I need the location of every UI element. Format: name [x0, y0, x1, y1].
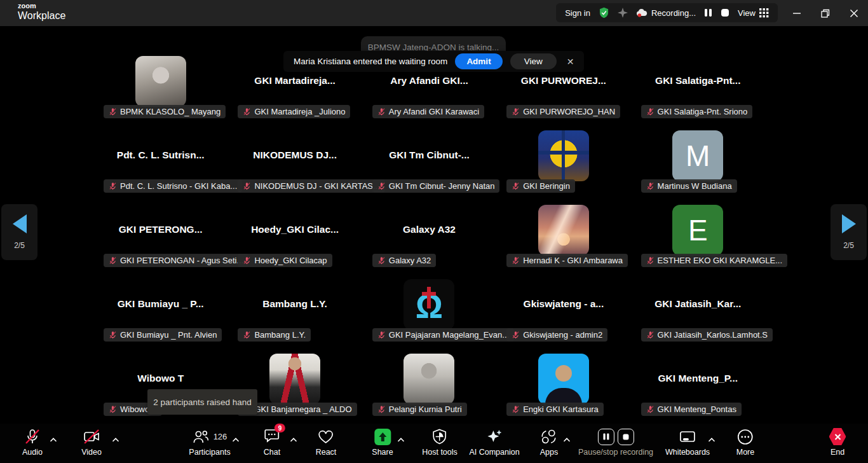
waiting-room-view-button[interactable]: View	[510, 53, 557, 69]
zoom-workplace-logo: zoom Workplace	[18, 3, 65, 21]
waiting-room-message: Maria Kristiana entered the waiting room	[294, 57, 447, 66]
ai-companion-button[interactable]: AI Companion	[469, 428, 519, 457]
participants-button[interactable]: 126 Participants	[189, 428, 230, 457]
share-options-caret[interactable]	[398, 433, 405, 445]
participant-label: GKI Pajajaran Magelang_Evan...	[389, 330, 509, 340]
stop-recording-toolbar-icon[interactable]	[617, 429, 634, 445]
react-button[interactable]: React	[316, 428, 337, 457]
participant-tile[interactable]: Hoedy_GKI Cilac... Hoedy_GKI Cilacap	[227, 183, 362, 257]
react-label: React	[316, 448, 337, 457]
prev-page-button[interactable]: 2/5	[1, 204, 37, 260]
shield-security-icon[interactable]	[599, 7, 609, 18]
audio-label: Audio	[22, 448, 43, 457]
muted-mic-icon	[109, 256, 117, 265]
participant-label: Hernadi K - GKI Ambarawa	[523, 256, 623, 265]
restore-button[interactable]	[811, 0, 839, 26]
participant-avatar-photo	[403, 354, 454, 404]
muted-mic-icon	[377, 107, 386, 116]
end-meeting-button[interactable]: End	[829, 428, 846, 457]
participant-label: GKI PURWOREJO_HAN	[523, 107, 615, 116]
participant-avatar-photo	[538, 205, 589, 256]
next-page-button[interactable]: 2/5	[831, 204, 867, 260]
participant-avatar-photo: Ω	[403, 279, 454, 330]
participant-tile[interactable]: Engki GKI Kartasura	[496, 331, 630, 406]
participant-display-name: GKI Martadireja...	[229, 75, 360, 86]
muted-mic-icon	[377, 405, 386, 413]
participant-tile[interactable]: GKI Tm Cibnut-... GKI Tm Cibnut- Jenny N…	[362, 108, 496, 183]
participant-label: Pelangi Kurnia Putri	[389, 404, 462, 414]
end-label: End	[831, 448, 844, 457]
view-button[interactable]: View	[738, 8, 769, 18]
apps-options-caret[interactable]	[564, 433, 571, 445]
participant-gallery: BPMK KLASOLO_ Mayang GKI Martadireja... …	[93, 34, 765, 406]
audio-button[interactable]: Audio	[22, 428, 43, 457]
minimize-button[interactable]	[782, 0, 811, 26]
participant-display-name: Wibowo T	[95, 373, 226, 384]
chevron-right-icon	[842, 214, 856, 233]
participant-tile[interactable]: Bambang L.Y. Bambang L.Y.	[227, 257, 362, 331]
participant-label: Pdt. C. L. Sutrisno - GKI Kaba...	[120, 181, 237, 191]
chat-options-caret[interactable]	[290, 433, 297, 445]
recording-label: Recording...	[651, 8, 696, 18]
participant-tile[interactable]: GKI Menteng_P... GKI Menteng_Pontas	[631, 331, 765, 406]
whiteboards-options-caret[interactable]	[709, 433, 715, 445]
muted-mic-icon	[377, 256, 386, 265]
apps-button[interactable]: Apps	[540, 428, 559, 457]
sign-in-button[interactable]: Sign in	[565, 8, 590, 18]
chat-unread-badge: 9	[275, 424, 285, 432]
participant-tile[interactable]: NIKODEMUS DJ... NIKODEMUS DJ - GKI KARTA…	[227, 108, 362, 183]
participant-tile[interactable]: BPMK KLASOLO_ Mayang	[93, 34, 227, 108]
muted-mic-icon	[646, 331, 654, 339]
more-ellipsis-icon	[737, 429, 754, 445]
camera-muted-icon	[83, 429, 100, 445]
muted-mic-icon	[109, 331, 117, 339]
muted-mic-icon	[646, 405, 654, 413]
chat-label: Chat	[264, 448, 280, 457]
avatar-letter: E	[688, 213, 708, 247]
participant-label: Martinus W Budiana	[658, 181, 732, 191]
participant-display-name: NIKODEMUS DJ...	[229, 149, 360, 161]
pause-recording-icon[interactable]	[704, 8, 712, 17]
recording-status: Recording...	[636, 8, 696, 18]
participant-tile[interactable]: Galaxy A32 Galaxy A32	[362, 183, 496, 257]
video-options-caret[interactable]	[112, 433, 119, 445]
participant-tile[interactable]: Ω GKI Pajajaran Magelang_Evan...	[362, 257, 496, 331]
banner-close-icon[interactable]: ✕	[567, 57, 574, 67]
pause-recording-toolbar-icon[interactable]	[597, 429, 614, 445]
participant-display-name: GKI PURWOREJ...	[498, 75, 629, 86]
participant-tile[interactable]: GKI PETERONG... GKI PETERONGAN - Agus Se…	[93, 183, 227, 257]
participant-tile[interactable]: Gkiswjateng - a... Gkiswjateng - admin2	[496, 257, 630, 331]
host-tools-button[interactable]: Host tools	[422, 428, 458, 457]
omega-glyph: Ω	[416, 289, 443, 323]
participant-label: BPMK KLASOLO_ Mayang	[120, 107, 220, 116]
participant-tile[interactable]: GKI Jatiasih_Kar... GKI Jatiasih_Karlos.…	[631, 257, 765, 331]
host-tools-label: Host tools	[422, 448, 458, 457]
participant-display-name: GKI Bumiayu _ P...	[95, 298, 226, 310]
participant-tile[interactable]: Pdt. C. L. Sutrisn... Pdt. C. L. Sutrisn…	[93, 108, 227, 183]
participant-display-name: Hoedy_GKI Cilac...	[229, 224, 360, 235]
share-button[interactable]: Share	[372, 428, 393, 457]
participant-tile[interactable]: E ESTHER EKO GKI KARAMGLE...	[631, 183, 765, 257]
whiteboards-button[interactable]: Whiteboards	[665, 428, 710, 457]
participant-tile[interactable]: GKI Salatiga-Pnt... GKI Salatiga-Pnt. Sr…	[631, 34, 765, 108]
participant-tile[interactable]: M Martinus W Budiana	[631, 108, 765, 183]
video-button[interactable]: Video	[81, 428, 102, 457]
participants-options-caret[interactable]	[233, 433, 240, 445]
raised-hand-tooltip: 2 participants raised hand	[147, 389, 257, 415]
more-label: More	[736, 448, 754, 457]
participant-tile[interactable]: GKI Beringin	[496, 108, 630, 183]
participant-tile[interactable]: GKI Bumiayu _ P... GKI Bumiayu _ Pnt. Al…	[93, 257, 227, 331]
participant-avatar-photo	[269, 354, 320, 404]
stop-recording-icon[interactable]	[721, 8, 729, 17]
ai-companion-label: AI Companion	[469, 448, 519, 457]
admit-button[interactable]: Admit	[455, 53, 502, 69]
participant-tile[interactable]: Pelangi Kurnia Putri	[362, 331, 496, 406]
audio-options-caret[interactable]	[50, 433, 57, 445]
muted-mic-icon	[243, 107, 251, 116]
pause-stop-recording-button[interactable]: Pause/stop recording	[578, 428, 653, 457]
close-window-button[interactable]	[839, 0, 868, 26]
participant-tile[interactable]: Hernadi K - GKI Ambarawa	[496, 183, 630, 257]
ai-companion-sparkle-icon[interactable]	[618, 8, 628, 18]
chat-button[interactable]: 9 Chat	[264, 428, 280, 457]
more-button[interactable]: More	[736, 428, 754, 457]
